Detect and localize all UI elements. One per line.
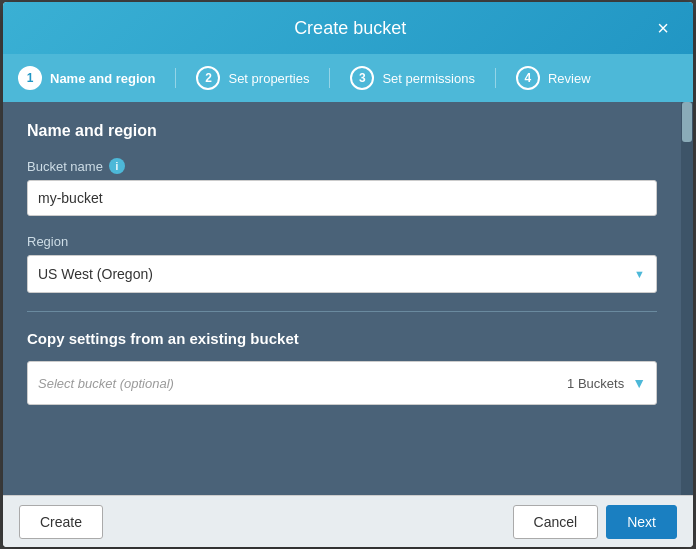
- step-divider-1: [175, 68, 176, 88]
- step-4[interactable]: 4 Review: [516, 66, 591, 90]
- step-1-label: Name and region: [50, 71, 155, 86]
- bucket-chevron-icon: ▼: [632, 375, 646, 391]
- step-divider-2: [329, 68, 330, 88]
- scrollbar-track[interactable]: [681, 102, 693, 495]
- step-1[interactable]: 1 Name and region: [18, 66, 155, 90]
- step-divider-3: [495, 68, 496, 88]
- create-button[interactable]: Create: [19, 505, 103, 539]
- step-3-circle: 3: [350, 66, 374, 90]
- create-bucket-modal: Create bucket × 1 Name and region 2 Set …: [3, 2, 693, 547]
- step-1-circle: 1: [18, 66, 42, 90]
- bucket-name-label: Bucket name i: [27, 158, 657, 174]
- modal-footer: Create Cancel Next: [3, 495, 693, 547]
- cancel-button[interactable]: Cancel: [513, 505, 599, 539]
- section-title: Name and region: [27, 122, 657, 140]
- scrollbar-thumb[interactable]: [682, 102, 692, 142]
- section-divider: [27, 311, 657, 312]
- modal-header: Create bucket ×: [3, 2, 693, 54]
- content-area: Name and region Bucket name i Region US …: [3, 102, 681, 495]
- step-3[interactable]: 3 Set permissions: [350, 66, 474, 90]
- bucket-select-dropdown[interactable]: Select bucket (optional) 1 Buckets ▼: [27, 361, 657, 405]
- next-button[interactable]: Next: [606, 505, 677, 539]
- modal-overlay: Create bucket × 1 Name and region 2 Set …: [0, 0, 696, 549]
- step-2[interactable]: 2 Set properties: [196, 66, 309, 90]
- step-4-circle: 4: [516, 66, 540, 90]
- steps-bar: 1 Name and region 2 Set properties 3 Set…: [3, 54, 693, 102]
- step-2-label: Set properties: [228, 71, 309, 86]
- bucket-name-group: Bucket name i: [27, 158, 657, 216]
- modal-title: Create bucket: [47, 18, 653, 39]
- step-4-label: Review: [548, 71, 591, 86]
- step-3-label: Set permissions: [382, 71, 474, 86]
- bucket-count-label: 1 Buckets: [567, 376, 624, 391]
- region-label: Region: [27, 234, 657, 249]
- bucket-name-info-icon[interactable]: i: [109, 158, 125, 174]
- footer-right: Cancel Next: [513, 505, 677, 539]
- bucket-select-placeholder: Select bucket (optional): [38, 376, 567, 391]
- bucket-select-wrapper: Select bucket (optional) 1 Buckets ▼: [27, 361, 657, 405]
- region-select[interactable]: US West (Oregon) US East (N. Virginia) E…: [27, 255, 657, 293]
- bucket-name-input[interactable]: [27, 180, 657, 216]
- region-group: Region US West (Oregon) US East (N. Virg…: [27, 234, 657, 293]
- region-select-wrapper: US West (Oregon) US East (N. Virginia) E…: [27, 255, 657, 293]
- copy-section-title: Copy settings from an existing bucket: [27, 330, 657, 347]
- close-button[interactable]: ×: [653, 14, 673, 42]
- step-2-circle: 2: [196, 66, 220, 90]
- modal-body: Name and region Bucket name i Region US …: [3, 102, 693, 495]
